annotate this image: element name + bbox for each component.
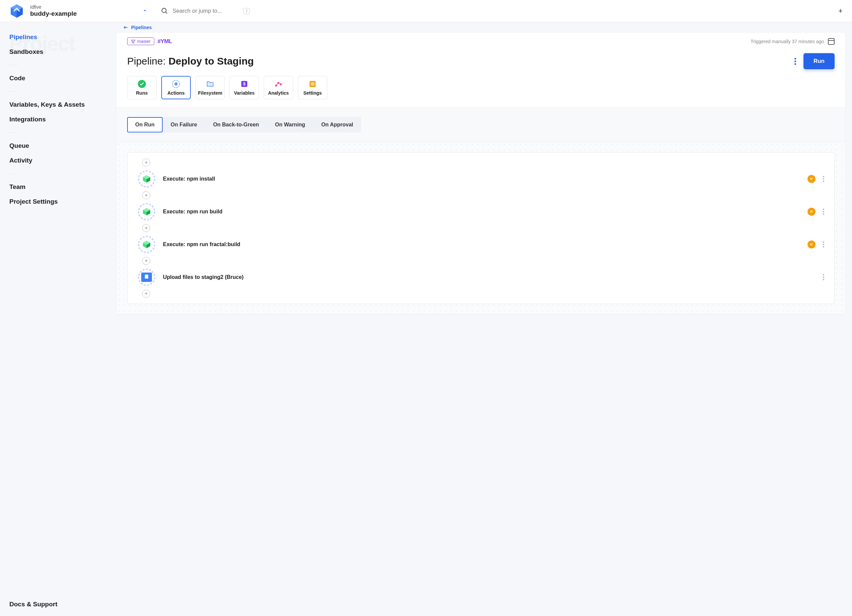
pipeline-title: Pipeline: Deploy to Staging: [127, 56, 254, 67]
node-icon: [141, 206, 152, 217]
org-name: Idfive: [30, 5, 77, 10]
search-bar[interactable]: /: [161, 8, 832, 15]
sidebar: Project Pipelines Sandboxes Code Variabl…: [0, 22, 116, 327]
breadcrumb[interactable]: Pipelines: [116, 22, 845, 33]
run-button[interactable]: Run: [804, 53, 835, 69]
action-icon-gear: [137, 170, 156, 188]
search-icon: [161, 8, 168, 15]
action-label: Execute: npm run build: [163, 209, 800, 215]
svg-point-7: [134, 39, 135, 41]
action-item[interactable]: Execute: npm install IF: [137, 167, 824, 191]
sidebar-item-sandboxes[interactable]: Sandboxes: [9, 47, 107, 57]
subtab-on-warning[interactable]: On Warning: [267, 117, 313, 133]
svg-point-3: [162, 8, 166, 12]
actions-list: + Execute: npm install IF +: [127, 152, 835, 304]
breadcrumb-label: Pipelines: [131, 25, 152, 30]
sidebar-item-team[interactable]: Team: [9, 182, 107, 192]
action-item[interactable]: Execute: npm run fractal:build IF: [137, 232, 824, 257]
action-icon-gear: [137, 203, 156, 221]
search-input[interactable]: [172, 8, 239, 14]
action-more-menu[interactable]: [823, 274, 824, 280]
if-badge[interactable]: IF: [808, 241, 816, 249]
action-item[interactable]: Execute: npm run build IF: [137, 199, 824, 224]
sidebar-item-queue[interactable]: Queue: [9, 141, 107, 151]
sidebar-item-code[interactable]: Code: [9, 73, 107, 83]
action-icon-gear: [137, 235, 156, 253]
project-selector[interactable]: Idfive buddy-example: [30, 5, 77, 18]
if-badge[interactable]: IF: [808, 175, 816, 183]
pipeline-tabs: Runs Actions Filesystem $ Variables Anal…: [116, 76, 845, 107]
sidebar-item-pipelines[interactable]: Pipelines: [9, 32, 107, 42]
branch-icon: [131, 39, 136, 44]
analytics-icon: [274, 80, 283, 88]
action-label: Execute: npm install: [163, 176, 800, 182]
subtab-on-approval[interactable]: On Approval: [313, 117, 361, 133]
actions-canvas: + Execute: npm install IF +: [116, 142, 845, 314]
node-icon: [141, 239, 152, 250]
project-dropdown-icon[interactable]: [143, 8, 147, 14]
action-icon-gear: [137, 268, 156, 286]
folder-icon: [206, 80, 215, 88]
action-more-menu[interactable]: [823, 176, 824, 182]
sidebar-divider: [9, 65, 17, 65]
node-icon: [141, 173, 152, 184]
trigger-subtabs: On Run On Failure On Back-to-Green On Wa…: [127, 117, 361, 133]
back-arrow-icon: [123, 25, 128, 30]
logo[interactable]: [9, 4, 24, 18]
svg-point-6: [131, 39, 133, 41]
subtab-on-back-to-green[interactable]: On Back-to-Green: [205, 117, 267, 133]
pipeline-more-menu[interactable]: [795, 58, 796, 65]
subtab-on-run[interactable]: On Run: [127, 117, 163, 133]
svg-point-11: [174, 82, 178, 86]
tab-analytics[interactable]: Analytics: [264, 76, 293, 99]
svg-text:$: $: [243, 81, 246, 86]
sftp-icon: [141, 272, 152, 283]
sidebar-item-integrations[interactable]: Integrations: [9, 114, 107, 124]
svg-line-18: [279, 83, 280, 84]
settings-icon: [308, 80, 317, 88]
sidebar-item-variables[interactable]: Variables, Keys & Assets: [9, 99, 107, 110]
calendar-icon[interactable]: [828, 38, 835, 45]
sidebar-divider: [9, 173, 17, 174]
trigger-text: Triggered manually 37 minutes ago: [751, 39, 824, 44]
project-name: buddy-example: [30, 10, 77, 18]
subtab-on-failure[interactable]: On Failure: [163, 117, 205, 133]
tab-runs[interactable]: Runs: [127, 76, 157, 99]
tab-filesystem[interactable]: Filesystem: [195, 76, 225, 99]
variable-icon: $: [240, 80, 249, 88]
action-more-menu[interactable]: [823, 209, 824, 215]
if-badge[interactable]: IF: [808, 208, 816, 216]
add-button[interactable]: +: [838, 7, 843, 15]
sidebar-divider: [9, 91, 17, 92]
search-shortcut-key: /: [243, 8, 250, 14]
add-action-button[interactable]: +: [142, 224, 150, 232]
action-label: Execute: npm run fractal:build: [163, 241, 800, 247]
add-action-button[interactable]: +: [142, 257, 150, 265]
add-action-button[interactable]: +: [142, 158, 150, 167]
tab-settings[interactable]: Settings: [298, 76, 327, 99]
yml-badge[interactable]: #YML: [158, 38, 172, 45]
gear-icon: [172, 80, 180, 88]
action-more-menu[interactable]: [823, 241, 824, 247]
topbar: Idfive buddy-example / +: [0, 0, 852, 22]
sidebar-divider: [9, 133, 17, 133]
svg-line-17: [277, 84, 278, 85]
action-item[interactable]: Upload files to staging2 (Bruce): [137, 265, 824, 290]
main-content: Pipelines master #YML Triggered manually…: [116, 22, 852, 327]
branch-badge[interactable]: master: [127, 38, 154, 45]
tab-variables[interactable]: $ Variables: [230, 76, 259, 99]
action-label: Upload files to staging2 (Bruce): [163, 274, 816, 280]
check-icon: [137, 80, 146, 88]
sidebar-item-activity[interactable]: Activity: [9, 155, 107, 166]
sidebar-item-project-settings[interactable]: Project Settings: [9, 197, 107, 207]
pipeline-panel: master #YML Triggered manually 37 minute…: [116, 33, 845, 314]
add-action-button[interactable]: +: [142, 191, 150, 199]
svg-point-16: [280, 83, 282, 85]
svg-line-4: [166, 12, 167, 14]
add-action-button[interactable]: +: [142, 290, 150, 298]
tab-actions[interactable]: Actions: [161, 76, 191, 99]
